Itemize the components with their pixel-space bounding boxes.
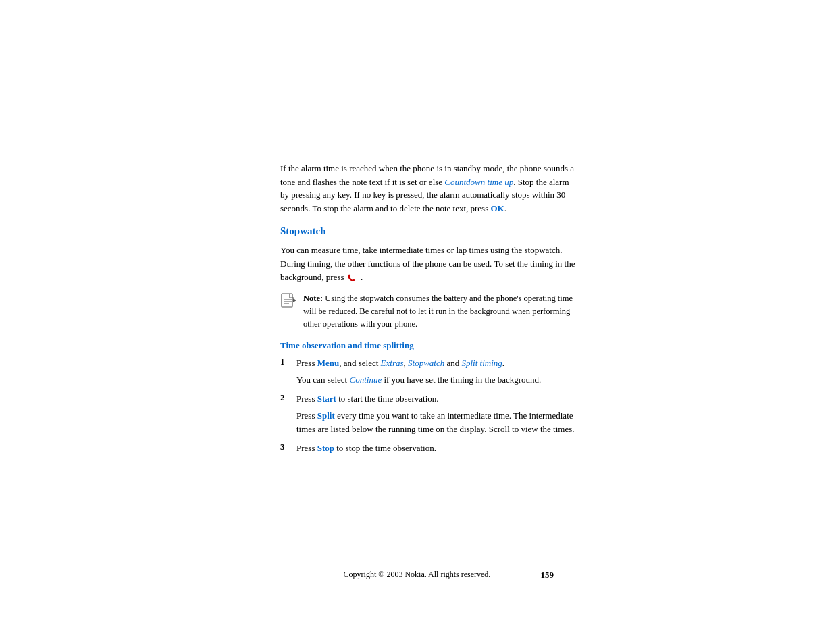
split-timing-link[interactable]: Split timing: [461, 358, 502, 368]
intro-period: .: [504, 203, 506, 213]
step-1-number: 1: [280, 356, 288, 367]
step-3: 3 Press Stop to stop the time observatio…: [280, 441, 577, 462]
step-1-text: Press Menu, and select Extras, Stopwatch…: [296, 356, 577, 370]
extras-link[interactable]: Extras: [381, 358, 404, 368]
note-body: Using the stopwatch consumes the battery…: [303, 294, 573, 329]
footer-copyright: Copyright © 2003 Nokia. All rights reser…: [344, 570, 491, 580]
note-box: Note: Using the stopwatch consumes the b…: [280, 292, 577, 330]
split-link[interactable]: Split: [317, 410, 335, 421]
time-observation-heading: Time observation and time splitting: [280, 340, 577, 351]
content-area: If the alarm time is reached when the ph…: [280, 162, 577, 466]
countdown-time-up-link[interactable]: Countdown time up: [444, 177, 513, 187]
intro-paragraph: If the alarm time is reached when the ph…: [280, 162, 577, 215]
stopwatch-link[interactable]: Stopwatch: [408, 358, 444, 368]
step-2-sub: Press Split every time you want to take …: [296, 409, 577, 436]
page: If the alarm time is reached when the ph…: [0, 0, 834, 644]
stopwatch-body: You can measure time, take intermediate …: [280, 244, 577, 284]
step-1: 1 Press Menu, and select Extras, Stopwat…: [280, 356, 577, 387]
steps-list: 1 Press Menu, and select Extras, Stopwat…: [280, 356, 577, 462]
step-2: 2 Press Start to start the time observat…: [280, 392, 577, 436]
menu-link[interactable]: Menu: [317, 358, 340, 368]
stopwatch-heading: Stopwatch: [280, 225, 577, 237]
phone-icon: [348, 273, 357, 283]
step-2-text: Press Start to start the time observatio…: [296, 392, 577, 406]
step-1-content: Press Menu, and select Extras, Stopwatch…: [296, 356, 577, 387]
note-bold-label: Note:: [303, 294, 323, 303]
step-3-text: Press Stop to stop the time observation.: [296, 441, 577, 455]
ok-link[interactable]: OK: [491, 203, 504, 213]
footer-page-number: 159: [541, 570, 554, 581]
continue-link[interactable]: Continue: [349, 375, 382, 385]
note-text: Note: Using the stopwatch consumes the b…: [303, 292, 577, 330]
step-2-number: 2: [280, 392, 288, 403]
start-link[interactable]: Start: [317, 394, 336, 404]
footer: Copyright © 2003 Nokia. All rights reser…: [0, 570, 834, 580]
stop-link[interactable]: Stop: [317, 443, 334, 453]
note-icon: [280, 293, 296, 308]
step-2-content: Press Start to start the time observatio…: [296, 392, 577, 436]
step-3-number: 3: [280, 441, 288, 452]
svg-marker-4: [293, 298, 296, 302]
svg-rect-0: [282, 294, 292, 307]
step-1-sub: You can select Continue if you have set …: [296, 373, 577, 387]
step-3-content: Press Stop to stop the time observation.: [296, 441, 577, 462]
